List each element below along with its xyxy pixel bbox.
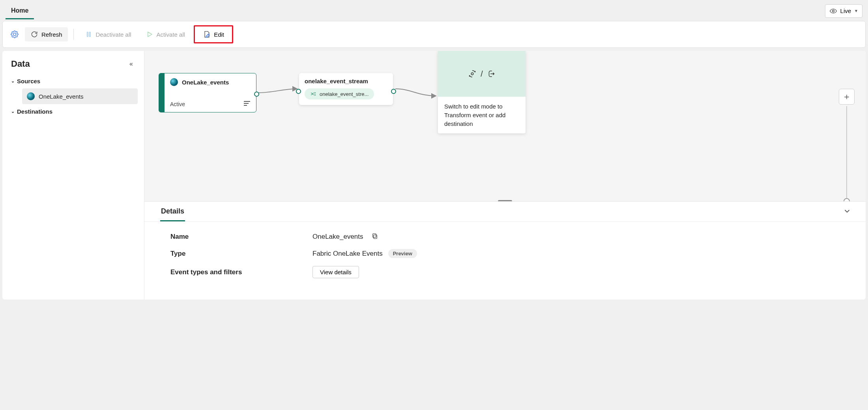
deactivate-all-button[interactable]: Deactivate all [79, 27, 137, 41]
sidebar-item-label: OneLake_events [39, 93, 83, 100]
sidebar-collapse-button[interactable]: « [127, 60, 135, 68]
svg-rect-4 [374, 235, 377, 239]
toolbar: Refresh Deactivate all Activate all Edit [2, 21, 866, 48]
section-destinations[interactable]: ⌄ Destinations [9, 104, 138, 119]
chevron-down-icon: ⌄ [11, 109, 15, 114]
edit-button[interactable]: Edit [197, 27, 230, 41]
node-stream[interactable]: onelake_event_stream onelake_event_stre.… [299, 73, 393, 105]
play-icon [146, 30, 153, 38]
svg-point-0 [832, 10, 834, 12]
stream-icon [310, 91, 316, 97]
svg-rect-5 [372, 234, 376, 238]
node-source-name: OneLake_events [182, 79, 229, 86]
onelake-icon [170, 78, 178, 86]
gear-icon [11, 30, 19, 38]
details-tab-label: Details [161, 207, 184, 215]
plus-icon: ＋ [842, 91, 851, 103]
refresh-icon [30, 30, 38, 38]
onelake-icon [27, 92, 35, 100]
details-type-value: Fabric OneLake Events [312, 250, 383, 258]
node-source-stripe [159, 73, 165, 112]
copy-name-button[interactable] [369, 232, 381, 241]
svg-point-3 [471, 73, 473, 75]
vertical-scroll-track[interactable] [846, 106, 847, 201]
svg-rect-1 [87, 32, 88, 37]
menu-icon[interactable] [243, 101, 251, 107]
svg-rect-2 [89, 32, 90, 37]
slash-char: / [481, 69, 483, 79]
port-in[interactable] [296, 89, 301, 94]
node-source[interactable]: OneLake_events Active [159, 73, 256, 112]
details-type-label: Type [170, 250, 312, 258]
chevron-down-icon: ⌄ [11, 79, 15, 84]
tab-home-label: Home [11, 7, 28, 14]
deactivate-all-label: Deactivate all [96, 31, 131, 38]
view-details-label: View details [320, 269, 352, 275]
canvas[interactable]: OneLake_events Active [144, 51, 866, 202]
details-panel: Details Name OneLake_events [144, 202, 866, 300]
section-destinations-label: Destinations [17, 108, 52, 115]
activate-all-button[interactable]: Activate all [140, 27, 191, 41]
chevron-down-icon: ▼ [854, 9, 858, 13]
node-destination-placeholder[interactable]: / Switch to edit mode to Transform event… [438, 51, 526, 133]
chevron-down-icon [843, 207, 851, 215]
destination-hint-text: Switch to edit mode to Transform event o… [438, 97, 526, 133]
node-source-status: Active [170, 101, 185, 107]
split-handle[interactable] [498, 200, 512, 202]
transform-icon [468, 69, 477, 78]
refresh-label: Refresh [41, 31, 62, 38]
mode-label: Live [840, 7, 851, 14]
tab-home[interactable]: Home [6, 2, 34, 19]
pause-icon [85, 30, 93, 38]
activate-all-label: Activate all [157, 31, 185, 38]
output-icon [487, 69, 496, 78]
sidebar-title: Data [11, 59, 30, 69]
node-stream-title: onelake_event_stream [305, 78, 387, 84]
port-out[interactable] [391, 89, 396, 94]
double-chevron-left-icon: « [129, 60, 133, 67]
refresh-button[interactable]: Refresh [25, 27, 68, 41]
port-out[interactable] [254, 92, 259, 97]
vertical-scroll-thumb[interactable] [844, 198, 850, 202]
details-name-value: OneLake_events [312, 233, 363, 241]
add-node-button[interactable]: ＋ [839, 89, 855, 105]
stream-pill-label: onelake_event_stre... [320, 91, 369, 97]
mode-dropdown[interactable]: Live ▼ [825, 4, 862, 18]
details-name-label: Name [170, 233, 312, 241]
toolbar-divider [73, 29, 74, 40]
edit-label: Edit [214, 31, 224, 38]
details-collapse-button[interactable] [840, 206, 854, 217]
view-details-button[interactable]: View details [312, 266, 359, 278]
settings-button[interactable] [7, 27, 22, 41]
copy-icon [371, 232, 378, 240]
sidebar-item-onelake-events[interactable]: OneLake_events [22, 88, 138, 104]
details-filters-label: Event types and filters [170, 268, 312, 276]
stream-pill[interactable]: onelake_event_stre... [305, 88, 374, 99]
section-sources-label: Sources [17, 78, 40, 84]
sidebar: Data « ⌄ Sources OneLake_events ⌄ Destin… [2, 51, 144, 300]
preview-badge: Preview [388, 249, 417, 258]
details-tab[interactable]: Details [160, 202, 185, 221]
top-tabs: Home [6, 2, 34, 19]
section-sources[interactable]: ⌄ Sources [9, 74, 138, 88]
eye-icon [829, 7, 837, 15]
edit-button-highlight: Edit [194, 25, 233, 43]
edit-icon [203, 30, 211, 38]
